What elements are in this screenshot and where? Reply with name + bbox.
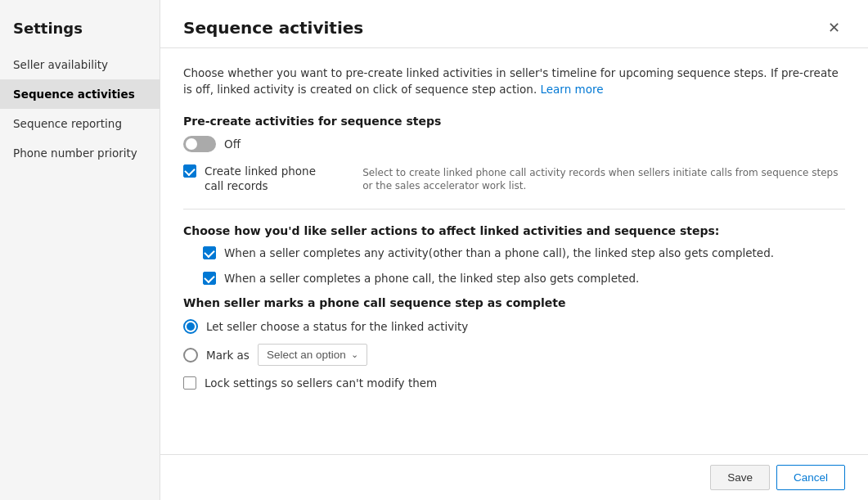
save-button[interactable]: Save <box>710 465 770 490</box>
lock-settings-label: Lock settings so sellers can't modify th… <box>205 376 437 391</box>
sidebar-item-sequence-activities[interactable]: Sequence activities <box>0 79 160 109</box>
radio-mark-as[interactable] <box>183 348 198 363</box>
panel-footer: Save Cancel <box>160 454 868 500</box>
toggle-row: Off <box>183 136 845 152</box>
panel-body: Choose whether you want to pre-create li… <box>160 48 868 454</box>
sidebar-item-phone-number-priority[interactable]: Phone number priority <box>0 138 160 168</box>
select-option-dropdown[interactable]: Select an option ⌄ <box>258 344 367 366</box>
lock-settings-checkbox[interactable] <box>183 376 196 390</box>
cancel-button[interactable]: Cancel <box>776 465 845 490</box>
sidebar-item-seller-availability[interactable]: Seller availability <box>0 50 160 79</box>
radio-row-let-seller: Let seller choose a status for the linke… <box>183 319 845 334</box>
phone-call-section-title: When seller marks a phone call sequence … <box>183 296 845 309</box>
checkbox-row-0: When a seller completes any activity(oth… <box>203 245 845 261</box>
dropdown-placeholder: Select an option <box>267 349 346 361</box>
lock-settings-main: Lock settings so sellers can't modify th… <box>183 376 437 391</box>
create-linked-checkbox-row: Create linked phone call records Select … <box>183 164 845 195</box>
description-text: Choose whether you want to pre-create li… <box>183 65 845 98</box>
checkbox-complete-phone-call[interactable] <box>203 272 216 285</box>
close-button[interactable]: ✕ <box>822 16 845 39</box>
panel-title: Sequence activities <box>183 18 363 38</box>
sidebar-title: Settings <box>0 13 160 50</box>
create-linked-checkbox-main: Create linked phone call records <box>183 164 333 195</box>
indented-section: When a seller completes any activity(oth… <box>183 245 845 286</box>
main-content: Sequence activities ✕ Choose whether you… <box>160 0 868 500</box>
panel-header: Sequence activities ✕ <box>160 0 868 48</box>
pre-create-section-title: Pre-create activities for sequence steps <box>183 115 845 128</box>
chevron-down-icon: ⌄ <box>351 349 358 360</box>
checkbox-complete-activity[interactable] <box>203 246 216 259</box>
learn-more-link[interactable]: Learn more <box>540 83 603 96</box>
checkbox-row-1: When a seller completes a phone call, th… <box>203 271 845 286</box>
toggle-track[interactable] <box>183 136 216 152</box>
linked-activities-title: Choose how you'd like seller actions to … <box>183 224 845 237</box>
lock-settings-row: Lock settings so sellers can't modify th… <box>183 376 845 391</box>
radio-let-seller-label: Let seller choose a status for the linke… <box>206 320 468 333</box>
radio-let-seller-choose[interactable] <box>183 319 198 334</box>
divider-1 <box>183 209 845 209</box>
sidebar: Settings Seller availability Sequence ac… <box>0 0 160 500</box>
checkbox-complete-activity-label: When a seller completes any activity(oth… <box>224 245 774 261</box>
toggle-label: Off <box>224 137 241 151</box>
create-linked-checkbox[interactable] <box>183 164 196 178</box>
toggle-thumb <box>186 138 197 150</box>
mark-as-label: Mark as <box>206 349 250 362</box>
create-linked-subtext: Select to create linked phone call activ… <box>362 166 845 194</box>
app-container: Settings Seller availability Sequence ac… <box>0 0 868 500</box>
radio-row-mark-as: Mark as Select an option ⌄ <box>183 344 845 366</box>
close-icon: ✕ <box>828 19 840 37</box>
toggle-switch[interactable] <box>183 136 216 152</box>
create-linked-label: Create linked phone call records <box>205 164 333 195</box>
checkbox-complete-phone-call-label: When a seller completes a phone call, th… <box>224 271 639 286</box>
sidebar-item-sequence-reporting[interactable]: Sequence reporting <box>0 109 160 138</box>
